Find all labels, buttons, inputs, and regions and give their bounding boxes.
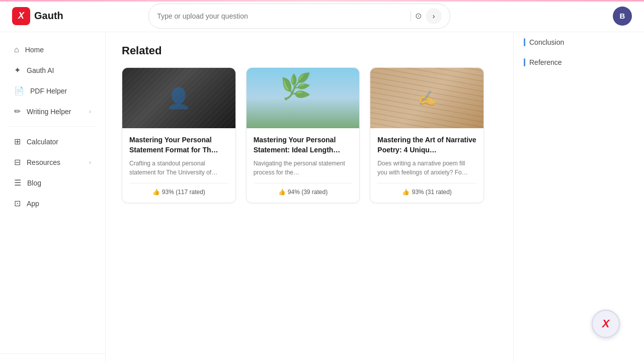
blog-label: Blog (27, 179, 41, 187)
search-submit-button[interactable]: › (426, 8, 442, 24)
toc-bar-reference (524, 58, 525, 66)
card-1-rating-text: 93% (117 rated) (162, 189, 205, 196)
home-icon: ⌂ (14, 45, 19, 54)
card-3-title: Mastering the Art of Narrative Poetry: 4… (377, 135, 476, 155)
pdf-helper-icon: 📄 (14, 86, 24, 96)
card-2-body: Mastering Your Personal Statement: Ideal… (247, 128, 360, 203)
gauth-ai-icon: ✦ (14, 65, 21, 75)
main-layout: ⌂Home✦Gauth AI📄PDF Helper✏Writing Helper… (0, 32, 644, 362)
resources-chevron-icon: › (89, 159, 91, 166)
app-label: App (27, 200, 39, 208)
card-1-body: Mastering Your Personal Statement Format… (122, 128, 235, 203)
home-label: Home (25, 46, 44, 54)
logo[interactable]: X Gauth (12, 7, 63, 25)
card-card-2[interactable]: Mastering Your Personal Statement: Ideal… (246, 67, 360, 203)
card-2-thumb-icon: 👍 (278, 189, 286, 196)
search-divider (411, 11, 411, 21)
cards-grid: Mastering Your Personal Statement Format… (122, 67, 484, 203)
card-2-title: Mastering Your Personal Statement: Ideal… (254, 135, 353, 155)
calculator-icon: ⊞ (14, 137, 21, 146)
toc-bar-conclusion (524, 38, 525, 46)
card-2-rating-text: 94% (39 rated) (288, 189, 328, 196)
card-3-description: Does writing a narrative poem fill you w… (377, 159, 476, 177)
card-2-description: Navigating the personal statement proces… (254, 159, 353, 177)
card-1-thumb-icon: 👍 (152, 189, 160, 196)
writing-helper-chevron-icon: › (89, 108, 91, 115)
sidebar-item-app[interactable]: ⊡App (4, 194, 101, 213)
sidebar-item-writing-helper[interactable]: ✏Writing Helper› (4, 102, 101, 121)
card-3-thumb-icon: 👍 (402, 189, 410, 196)
card-1-rating: 👍93% (117 rated) (129, 183, 228, 196)
sidebar: ⌂Home✦Gauth AI📄PDF Helper✏Writing Helper… (0, 32, 106, 362)
resources-label: Resources (27, 158, 60, 166)
logo-icon: X (12, 7, 30, 25)
camera-icon[interactable]: ⊙ (415, 11, 422, 21)
pdf-helper-label: PDF Helper (30, 87, 67, 95)
calculator-label: Calculator (27, 138, 58, 146)
card-1-description: Crafting a standout personal statement f… (129, 159, 228, 177)
toc-item-conclusion[interactable]: Conclusion (514, 32, 644, 52)
related-heading: Related (122, 44, 497, 57)
writing-helper-label: Writing Helper (27, 108, 71, 116)
sidebar-item-resources[interactable]: ⊟Resources› (4, 152, 101, 172)
sidebar-item-blog[interactable]: ☰Blog (4, 173, 101, 193)
content-area: Related Mastering Your Personal Statemen… (106, 32, 513, 362)
search-input[interactable] (157, 12, 407, 20)
floating-action-button[interactable]: X (592, 310, 620, 338)
resources-icon: ⊟ (14, 157, 21, 167)
user-avatar[interactable]: B (613, 7, 632, 26)
sidebar-bottom-divider (0, 353, 105, 354)
card-card-1[interactable]: Mastering Your Personal Statement Format… (122, 67, 236, 203)
writing-helper-icon: ✏ (14, 107, 21, 116)
card-3-body: Mastering the Art of Narrative Poetry: 4… (370, 128, 484, 203)
card-card-3[interactable]: Mastering the Art of Narrative Poetry: 4… (370, 67, 484, 203)
card-1-image (122, 68, 235, 128)
floating-icon: X (602, 317, 610, 330)
logo-text: Gauth (34, 10, 63, 22)
gauth-ai-label: Gauth AI (27, 66, 54, 74)
sidebar-item-calculator[interactable]: ⊞Calculator (4, 132, 101, 151)
blog-icon: ☰ (14, 178, 21, 188)
app-icon: ⊡ (14, 199, 21, 208)
right-panel: ConclusionReference (513, 32, 644, 362)
toc-item-reference[interactable]: Reference (514, 52, 644, 72)
toc-label-conclusion: Conclusion (529, 38, 564, 46)
sidebar-item-pdf-helper[interactable]: 📄PDF Helper (4, 81, 101, 101)
card-2-rating: 👍94% (39 rated) (254, 183, 353, 196)
topbar: X Gauth ⊙ › B (0, 0, 644, 32)
sidebar-item-gauth-ai[interactable]: ✦Gauth AI (4, 60, 101, 80)
card-2-image (247, 68, 360, 128)
card-3-image (370, 68, 484, 128)
card-1-title: Mastering Your Personal Statement Format… (129, 135, 228, 155)
search-bar: ⊙ › (148, 4, 450, 29)
toc-label-reference: Reference (529, 58, 562, 66)
card-3-rating-text: 93% (31 rated) (412, 189, 451, 196)
sidebar-divider (8, 126, 97, 127)
sidebar-item-home[interactable]: ⌂Home (4, 40, 101, 59)
card-3-rating: 👍93% (31 rated) (377, 183, 476, 196)
